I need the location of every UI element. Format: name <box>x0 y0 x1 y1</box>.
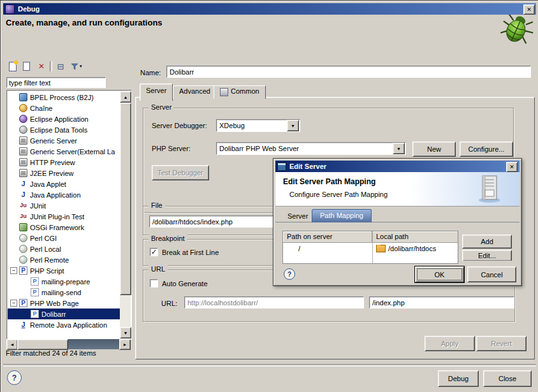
tab-common-label: Common <box>231 87 259 95</box>
debug-button[interactable]: Debug <box>438 370 479 387</box>
tree-item[interactable]: Java Applet <box>8 178 120 189</box>
apply-button[interactable]: Apply <box>425 336 475 351</box>
tree-item[interactable]: Chaîne <box>8 103 120 113</box>
collapse-toggle-icon[interactable]: − <box>10 300 17 307</box>
tree-item[interactable]: Eclipse Application <box>8 113 120 124</box>
tree-item[interactable]: Java Application <box>8 189 120 200</box>
tree-indent <box>10 213 17 220</box>
tree-item[interactable]: −PHP Script <box>8 265 120 276</box>
scroll-down-button[interactable]: ▼ <box>120 327 131 338</box>
tree-item[interactable]: Remote Java Application <box>8 319 120 330</box>
configuration-tree-panel: BPEL Process (B2J)ChaîneEclipse Applicat… <box>6 90 132 340</box>
php-server-select[interactable]: Dolibarr PHP Web Server ▼ <box>216 142 406 155</box>
cancel-button[interactable]: Cancel <box>467 266 516 282</box>
file-group-legend: File <box>149 201 165 209</box>
server-debugger-select[interactable]: XDebug ▼ <box>216 119 300 132</box>
tree-item[interactable]: Generic Server <box>8 135 120 146</box>
dialog-icon <box>277 163 286 171</box>
tree-indent <box>10 170 17 177</box>
remotejava-icon <box>19 321 27 329</box>
titlebar[interactable]: Debug <box>3 3 536 15</box>
local-path-cell: /dolibarr/htdocs <box>372 245 458 252</box>
scroll-left-button[interactable]: ◄ <box>6 339 18 350</box>
hscroll-thumb[interactable] <box>17 339 68 350</box>
tree-item[interactable]: HTTP Preview <box>8 157 120 168</box>
perl-icon <box>19 234 27 242</box>
tab-common[interactable]: Common <box>214 85 266 99</box>
tree-item[interactable]: Generic Server(External La <box>8 146 120 157</box>
tree-indent <box>10 137 17 144</box>
mapping-row[interactable]: //dolibarr/htdocs <box>283 243 458 254</box>
auto-generate-checkbox[interactable]: ✓ <box>150 279 158 287</box>
close-icon[interactable]: ✕ <box>506 162 518 172</box>
bpel-icon <box>19 93 27 101</box>
test-debugger-button[interactable]: Test Debugger <box>152 165 209 180</box>
breakpoint-group-legend: Breakpoint <box>149 235 187 242</box>
add-button[interactable]: Add <box>462 235 512 249</box>
filter-menu-button[interactable] <box>68 60 81 73</box>
tree-item[interactable]: JUnit <box>8 200 120 211</box>
tree-item[interactable]: Eclipse Data Tools <box>8 124 120 135</box>
url-base-input[interactable] <box>184 296 364 309</box>
close-dialog-button[interactable]: Close <box>483 370 532 387</box>
tree-horizontal-scrollbar[interactable]: ◄ ► <box>6 339 131 349</box>
dialog-subheading: Configure Server Path Mapping <box>289 191 388 198</box>
duplicate-configuration-button[interactable] <box>21 60 34 73</box>
new-server-button[interactable]: New <box>412 142 456 157</box>
tree-item-label: Dolibarr <box>41 310 66 318</box>
delete-configuration-button[interactable]: ✕ <box>35 60 48 73</box>
chevron-down-icon[interactable]: ▼ <box>287 120 299 131</box>
break-at-first-line-checkbox[interactable]: ✓ <box>150 248 158 256</box>
tree-item[interactable]: JUnit Plug-in Test <box>8 211 120 222</box>
revert-button[interactable]: Revert <box>476 336 527 351</box>
tab-advanced-label: Advanced <box>179 87 210 95</box>
scroll-right-button[interactable]: ► <box>119 339 131 350</box>
scroll-up-button[interactable]: ▲ <box>120 91 131 103</box>
tree-indent <box>10 256 17 263</box>
server-group-legend: Server <box>149 103 174 111</box>
name-input[interactable] <box>166 66 531 78</box>
chevron-down-icon[interactable]: ▼ <box>393 143 405 154</box>
help-button[interactable]: ? <box>7 370 22 385</box>
tree-item[interactable]: J2EE Preview <box>8 168 120 178</box>
tree-item-label: mailing-prepare <box>41 278 90 286</box>
mapping-table[interactable]: Path on server Local path //dolibarr/htd… <box>282 231 458 264</box>
tree-item[interactable]: OSGi Framework <box>8 222 120 233</box>
tree-item[interactable]: Perl Local <box>8 243 120 254</box>
path-on-server-header[interactable]: Path on server <box>283 231 372 242</box>
server-debugger-label: Server Debugger: <box>152 122 207 129</box>
configure-server-button[interactable]: Configure... <box>460 142 513 157</box>
collapse-all-button[interactable]: ⊟ <box>54 60 67 73</box>
tree-item[interactable]: mailing-send <box>8 287 120 298</box>
config-tree: BPEL Process (B2J)ChaîneEclipse Applicat… <box>8 92 120 338</box>
new-configuration-button[interactable] <box>6 60 19 73</box>
filter-input[interactable] <box>6 77 106 88</box>
tree-item[interactable]: −PHP Web Page <box>8 298 120 309</box>
tree-item[interactable]: mailing-prepare <box>8 276 120 287</box>
server-icon <box>19 158 27 166</box>
local-path-header[interactable]: Local path <box>372 231 458 242</box>
chevron-down-icon[interactable]: ▾ <box>80 64 82 69</box>
tree-item-label: JUnit <box>30 202 46 210</box>
dialog-tab-path-mapping[interactable]: Path Mapping <box>312 209 372 222</box>
ok-button[interactable]: OK <box>415 266 464 282</box>
dialog-tab-server[interactable]: Server <box>284 211 312 221</box>
collapse-toggle-icon[interactable]: − <box>10 267 17 274</box>
tree-item-label: Chaîne <box>30 105 52 112</box>
tree-item[interactable]: Perl CGI <box>8 233 120 243</box>
vscroll-thumb[interactable] <box>120 103 131 295</box>
tree-item-label: mailing-send <box>41 289 81 296</box>
tab-advanced[interactable]: Advanced <box>173 85 217 99</box>
tree-item[interactable]: Dolibarr <box>8 309 120 319</box>
tab-server[interactable]: Server <box>140 83 173 101</box>
url-path-input[interactable] <box>369 296 514 309</box>
dialog-help-button[interactable]: ? <box>284 268 295 280</box>
tab-server-label: Server <box>146 87 166 94</box>
php-server-value: Dolibarr PHP Web Server <box>217 145 393 152</box>
close-icon[interactable]: ✕ <box>523 4 535 15</box>
tree-item[interactable]: BPEL Process (B2J) <box>8 92 120 103</box>
tree-vertical-scrollbar[interactable]: ▲ ▼ <box>120 91 131 338</box>
tree-item[interactable]: Perl Remote <box>8 254 120 265</box>
edit-button[interactable]: Edit... <box>462 250 512 261</box>
dialog-titlebar[interactable]: Edit Server <box>275 161 520 172</box>
